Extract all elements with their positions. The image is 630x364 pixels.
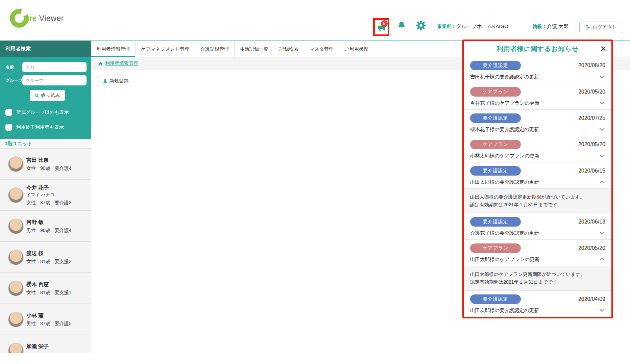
notice-list: 要介護認定 2020/08/20 吉田花子様の要介護認定の更新 ケアプラン 20… xyxy=(464,57,611,317)
breadcrumb-link[interactable]: 利用者情報管理 xyxy=(105,60,138,67)
chevron-down-icon[interactable] xyxy=(599,100,605,106)
user-row[interactable]: 河野 敏 男性90歳要介護4 xyxy=(0,211,91,242)
chevron-down-icon[interactable] xyxy=(599,152,605,159)
notice-item[interactable]: 要介護認定 2020/04/09 山田次郎様の要介護認定の更新 xyxy=(464,291,611,317)
notice-item[interactable]: 要介護認定 2020/06/13 介護花子様の要介護認定の更新 xyxy=(464,213,611,240)
user-meta: 小林 蓮 男性87歳要介護5 xyxy=(26,312,76,327)
user-attributes: 女性81歳要支援2 xyxy=(26,258,76,265)
office-info: 事業所：グループホームKAIGO xyxy=(437,23,508,30)
user-row[interactable]: 小林 蓮 男性87歳要介護5 xyxy=(0,304,91,335)
user-gender: 女性 xyxy=(26,290,36,295)
user-name: 加瀬 栄子 xyxy=(26,343,49,350)
user-attributes: 男性90歳要介護4 xyxy=(26,227,76,234)
user-attributes: 女性90歳要介護4 xyxy=(26,165,76,172)
notice-panel: 利用者様に関するお知らせ 要介護認定 2020/08/20 吉田花子様の要介護認… xyxy=(462,40,613,318)
notice-item[interactable]: ケアプラン 2020/05/20 山田太郎様のケアプランの更新 xyxy=(464,240,611,266)
notice-item[interactable]: 要介護認定 2020/08/20 吉田花子様の要介護認定の更新 xyxy=(464,57,611,83)
logout-icon xyxy=(585,25,590,30)
home-icon xyxy=(98,61,103,66)
notice-text: 小林太郎様のケアプランの更新 xyxy=(470,153,539,159)
notice-detail: 山田太郎様のケアプラン更新期限が近づいています。 認定有効期間は2021年１月3… xyxy=(464,266,611,291)
notice-date: 2020/05/20 xyxy=(578,141,605,148)
user-attributes: 女性87歳要介護3 xyxy=(26,199,76,206)
checkbox-label: 所属グループ以外も表示 xyxy=(16,109,69,115)
notice-top-row: ケアプラン 2020/05/20 xyxy=(470,140,605,149)
checkbox-show-other-groups[interactable]: 所属グループ以外も表示 xyxy=(5,109,87,116)
checkbox-icon[interactable] xyxy=(5,124,12,131)
notice-date: 2020/04/09 xyxy=(578,296,605,302)
notice-text: 櫻木花子様の要介護認定の更新 xyxy=(470,126,539,133)
user-row[interactable]: 加瀬 栄子 xyxy=(0,335,91,353)
notice-item[interactable]: ケアプラン 2020/05/20 今井花子様のケアプランの更新 xyxy=(464,83,611,110)
notice-item[interactable]: 要介護認定 2020/06/15 山田太郎様の要介護認定の更新 xyxy=(464,162,611,189)
notice-wrap: ケアプラン 2020/05/20 山田太郎様のケアプランの更新 山田太郎様のケア… xyxy=(464,240,611,291)
notice-wrap: 要介護認定 2020/06/15 山田太郎様の要介護認定の更新 山田太郎様の要介… xyxy=(464,162,611,213)
notice-bottom-row: 小林太郎様のケアプランの更新 xyxy=(470,152,605,159)
user-age: 81歳 xyxy=(40,259,50,264)
notice-category-badge: 要介護認定 xyxy=(470,61,521,70)
user-row[interactable]: 渡辺 桜 女性81歳要支援2 xyxy=(0,242,91,273)
user-attributes xyxy=(26,351,49,353)
gear-icon[interactable] xyxy=(416,20,426,32)
info-label: 情報 xyxy=(533,24,542,29)
notice-date: 2020/07/25 xyxy=(578,115,605,121)
user-level: 要介護3 xyxy=(55,200,72,205)
name-input[interactable] xyxy=(22,62,87,72)
tab-item[interactable]: マスタ管理 xyxy=(304,41,339,57)
avatar xyxy=(8,343,24,353)
chevron-up-icon[interactable] xyxy=(599,179,605,185)
chevron-down-icon[interactable] xyxy=(599,307,605,314)
chevron-down-icon[interactable] xyxy=(599,73,605,80)
notice-top-row: 要介護認定 2020/08/20 xyxy=(470,61,605,70)
notice-top-row: 要介護認定 2020/07/25 xyxy=(470,113,605,123)
tab-item[interactable]: 記録検索 xyxy=(274,41,304,57)
user-meta: 河野 敏 男性90歳要介護4 xyxy=(26,218,76,234)
avatar xyxy=(8,187,24,203)
user-name: 今井 花子 xyxy=(26,184,76,191)
notice-date: 2020/06/13 xyxy=(578,219,605,225)
tab-item[interactable]: 介護記録管理 xyxy=(195,41,235,57)
user-row[interactable]: 櫻木 百恵 女性81歳要支援1 xyxy=(0,273,91,304)
notice-category-badge: ケアプラン xyxy=(470,140,521,149)
filter-button[interactable]: 絞り込み xyxy=(30,90,65,101)
user-name: 櫻木 百恵 xyxy=(26,281,76,288)
filter-button-label: 絞り込み xyxy=(41,93,60,99)
notice-bottom-row: 山田次郎様の要介護認定の更新 xyxy=(470,307,605,314)
user-row[interactable]: 吉田 比奈 女性90歳要介護4 xyxy=(0,149,91,180)
tab-item[interactable]: ケアマネジメント管理 xyxy=(136,41,195,57)
notice-bottom-row: 山田太郎様の要介護認定の更新 xyxy=(470,179,605,185)
checkbox-icon[interactable] xyxy=(5,109,12,116)
avatar xyxy=(8,156,24,172)
logout-button[interactable]: ログアウト xyxy=(579,22,622,33)
user-age: 87歳 xyxy=(40,321,50,326)
app-header: are Viewer 5 xyxy=(0,0,630,41)
notice-text: 今井花子様のケアプランの更新 xyxy=(470,100,539,106)
tab-item[interactable]: ご利用状況 xyxy=(339,41,374,57)
chevron-down-icon[interactable] xyxy=(599,230,605,236)
close-icon[interactable] xyxy=(600,46,606,52)
user-gender: 女性 xyxy=(26,165,36,171)
logo-text-are: are xyxy=(25,14,37,23)
bell-icon[interactable] xyxy=(397,20,406,32)
notice-top-row: ケアプラン 2020/05/20 xyxy=(470,243,605,253)
notice-top-row: 要介護認定 2020/04/09 xyxy=(470,294,605,304)
notice-item[interactable]: ケアプラン 2020/05/20 小林太郎様のケアプランの更新 xyxy=(464,136,611,162)
user-level: 要支援2 xyxy=(55,259,72,264)
user-name: 河野 敏 xyxy=(26,218,76,226)
search-icon xyxy=(34,93,39,98)
new-registration-button[interactable]: 新規登録 xyxy=(98,76,133,86)
notice-panel-title: 利用者様に関するお知らせ xyxy=(497,45,579,53)
notice-category-badge: 要介護認定 xyxy=(470,217,521,227)
notice-bottom-row: 今井花子様のケアプランの更新 xyxy=(470,100,605,106)
notice-item[interactable]: 要介護認定 2020/07/25 櫻木花子様の要介護認定の更新 xyxy=(464,110,611,136)
tab-item[interactable]: 利用者情報管理 xyxy=(91,41,136,57)
notice-bottom-row: 介護花子様の要介護認定の更新 xyxy=(470,230,605,236)
checkbox-show-ended-users[interactable]: 利用終了利用者も表示 xyxy=(5,124,87,131)
notice-bottom-row: 吉田花子様の要介護認定の更新 xyxy=(470,73,605,80)
tab-item[interactable]: 生活記録一覧 xyxy=(235,41,274,57)
notice-bottom-row: 山田太郎様のケアプランの更新 xyxy=(470,256,605,263)
chevron-down-icon[interactable] xyxy=(599,126,605,133)
user-row[interactable]: 今井 花子 イマイ ハナコ 女性87歳要介護3 xyxy=(0,180,91,211)
chevron-up-icon[interactable] xyxy=(599,256,605,263)
group-input[interactable] xyxy=(22,75,87,85)
